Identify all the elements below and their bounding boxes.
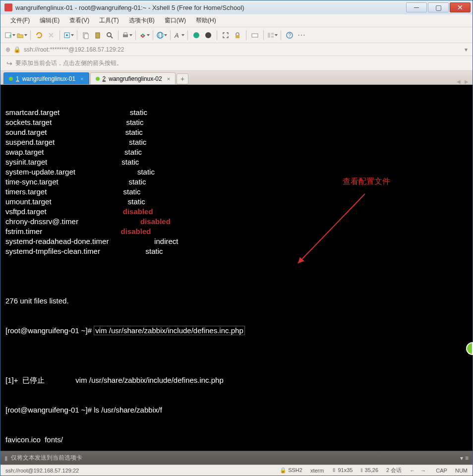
svg-text:A: A bbox=[174, 32, 179, 39]
svg-point-7 bbox=[107, 33, 111, 37]
more-button[interactable]: ⋯ bbox=[296, 30, 307, 41]
close-button[interactable]: ✕ bbox=[450, 2, 471, 12]
svg-rect-17 bbox=[252, 34, 258, 37]
help-button[interactable]: ? bbox=[284, 30, 295, 41]
svg-line-8 bbox=[111, 36, 113, 38]
status-num: NUM bbox=[455, 468, 468, 474]
unit-line: time-sync.target static bbox=[5, 177, 468, 187]
menu-window[interactable]: 窗口(W) bbox=[160, 14, 191, 27]
svg-point-11 bbox=[157, 32, 163, 38]
tab-prev-icon[interactable]: ◀ bbox=[457, 79, 461, 84]
layout-button[interactable] bbox=[267, 30, 278, 41]
status-term: xterm bbox=[310, 468, 324, 474]
unit-line: sysinit.target static bbox=[5, 157, 468, 167]
app-icon bbox=[4, 3, 12, 11]
copy-button[interactable] bbox=[80, 30, 91, 41]
font-button[interactable]: A bbox=[174, 30, 184, 41]
hint-text: 要添加当前会话，点击左侧的箭头按钮。 bbox=[15, 59, 122, 67]
unit-line: umount.target static bbox=[5, 197, 468, 207]
unit-line: sound.target static bbox=[5, 127, 468, 137]
menu-file[interactable]: 文件(F) bbox=[5, 14, 35, 27]
input-dropdown-icon[interactable]: ▾ bbox=[460, 455, 463, 462]
svg-rect-16 bbox=[236, 35, 239, 38]
unit-line: vsftpd.target disabled bbox=[5, 207, 468, 217]
unit-line: system-update.target static bbox=[5, 167, 468, 177]
window-title: wangruifenglinux-01 - root@wangruifeng-0… bbox=[15, 4, 405, 11]
input-bar[interactable]: ▮ 仅将文本发送到当前选项卡 ▾ ≡ bbox=[0, 451, 473, 465]
print-button[interactable] bbox=[121, 30, 132, 41]
globe-button[interactable] bbox=[156, 30, 167, 41]
tab-session-1[interactable]: 1 wangruifenglinux-01 × bbox=[3, 72, 89, 84]
menu-edit[interactable]: 编辑(E) bbox=[35, 14, 64, 27]
svg-text:+: + bbox=[9, 33, 11, 39]
find-button[interactable] bbox=[104, 30, 115, 41]
address-bar: ⊕ 🔒 ssh://root:********@192.168.57.129:2… bbox=[0, 43, 473, 56]
tab-add-button[interactable]: + bbox=[177, 73, 188, 84]
paste-button[interactable] bbox=[92, 30, 103, 41]
status-nav[interactable]: ← → bbox=[410, 468, 428, 474]
addr-dropdown-icon[interactable]: ▾ bbox=[465, 46, 468, 53]
status-connection: ssh://root@192.168.57.129:22 bbox=[5, 468, 272, 474]
status-size: 91x35 bbox=[338, 467, 353, 473]
hint-bar: ↪ 要添加当前会话，点击左侧的箭头按钮。 bbox=[0, 56, 473, 71]
status-protocol: SSH2 bbox=[288, 467, 302, 473]
status-dot-icon bbox=[9, 77, 13, 81]
menu-tabs[interactable]: 选项卡(B) bbox=[124, 14, 160, 27]
unit-line: timers.target static bbox=[5, 187, 468, 197]
status-caps: CAP bbox=[436, 468, 447, 474]
input-toggle-icon[interactable]: ≡ bbox=[465, 455, 469, 462]
menu-tools[interactable]: 工具(T) bbox=[94, 14, 123, 27]
unit-line: systemd-tmpfiles-clean.timer static bbox=[5, 246, 468, 256]
lock-icon: 🔒 bbox=[13, 46, 21, 53]
addr-add-icon[interactable]: ⊕ bbox=[5, 46, 10, 53]
transfer-button[interactable] bbox=[139, 30, 150, 41]
svg-rect-6 bbox=[96, 33, 100, 38]
menu-view[interactable]: 查看(V) bbox=[64, 14, 94, 27]
titlebar: wangruifenglinux-01 - root@wangruifeng-0… bbox=[0, 0, 473, 14]
terminal[interactable]: smartcard.target staticsockets.target st… bbox=[0, 85, 473, 451]
tab-session-2[interactable]: 2 wangrufienglinux-02 × bbox=[90, 72, 176, 84]
unit-line: swap.target static bbox=[5, 147, 468, 157]
svg-point-15 bbox=[205, 32, 211, 38]
svg-rect-5 bbox=[84, 34, 88, 39]
tab-close-icon[interactable]: × bbox=[80, 76, 83, 82]
new-session-button[interactable]: + bbox=[4, 30, 15, 41]
maximize-button[interactable]: ▢ bbox=[428, 2, 449, 12]
tab-close-icon[interactable]: × bbox=[167, 76, 170, 82]
status-dot-icon bbox=[96, 77, 100, 81]
tab-bar: 1 wangruifenglinux-01 × 2 wangrufienglin… bbox=[0, 71, 473, 85]
toolbar: + A ? ⋯ bbox=[0, 27, 473, 43]
menubar: 文件(F) 编辑(E) 查看(V) 工具(T) 选项卡(B) 窗口(W) 帮助(… bbox=[0, 14, 473, 27]
unit-line: systemd-readahead-done.timer indirect bbox=[5, 237, 468, 246]
tab-next-icon[interactable]: ▶ bbox=[465, 79, 469, 84]
color-button[interactable] bbox=[191, 30, 202, 41]
open-button[interactable] bbox=[16, 30, 27, 41]
disconnect-button[interactable] bbox=[46, 30, 57, 41]
theme-button[interactable] bbox=[203, 30, 214, 41]
status-bar: ssh://root@192.168.57.129:22 🔒 SSH2 xter… bbox=[0, 465, 473, 476]
minimize-button[interactable]: ─ bbox=[406, 2, 427, 12]
keyboard-button[interactable] bbox=[249, 30, 260, 41]
fullscreen-button[interactable] bbox=[220, 30, 231, 41]
unit-line: sockets.target static bbox=[5, 118, 468, 127]
unit-line: fstrim.timer disabled bbox=[5, 227, 468, 237]
reconnect-button[interactable] bbox=[34, 30, 45, 41]
svg-rect-10 bbox=[124, 33, 127, 35]
hint-arrow-icon[interactable]: ↪ bbox=[6, 60, 12, 67]
svg-rect-18 bbox=[268, 33, 270, 38]
properties-button[interactable] bbox=[63, 30, 74, 41]
svg-text:?: ? bbox=[289, 33, 292, 38]
svg-rect-19 bbox=[271, 33, 274, 35]
input-lead-icon: ▮ bbox=[4, 455, 8, 462]
lock-icon: 🔒 bbox=[280, 467, 287, 473]
unit-line: chrony-dnssrv@.timer disabled bbox=[5, 217, 468, 227]
vim-command-boxed: vim /usr/share/zabbix/include/defines.in… bbox=[94, 326, 245, 335]
status-pos: 35,26 bbox=[365, 467, 379, 473]
svg-point-12 bbox=[159, 32, 162, 38]
lock-button[interactable] bbox=[232, 30, 243, 41]
menu-help[interactable]: 帮助(H) bbox=[191, 14, 221, 27]
status-sessions: 2 会话 bbox=[386, 467, 402, 474]
address-text[interactable]: ssh://root:********@192.168.57.129:22 bbox=[24, 46, 124, 53]
svg-rect-20 bbox=[271, 36, 274, 38]
summary-line: 276 unit files listed. bbox=[5, 296, 468, 306]
